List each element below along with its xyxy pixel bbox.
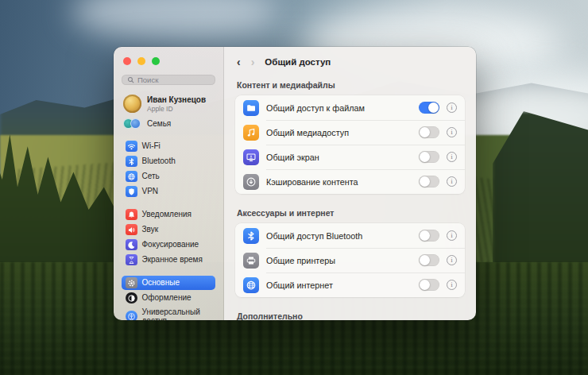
sidebar-item-apple-id[interactable]: Иван Кузнецов Apple ID [122,94,215,118]
toggle-media-sharing[interactable] [419,126,439,138]
page-title: Общий доступ [265,57,331,67]
section-title-accessories-internet: Аксессуары и интернет [237,208,463,218]
family-label: Семья [147,119,171,129]
info-button[interactable]: i [447,127,457,137]
folder-icon [243,100,259,116]
toggle-file-sharing[interactable] [419,102,439,114]
sidebar-group-network: Wi-Fi Bluetooth Сеть VPN [122,139,215,199]
bluetooth-icon [126,156,137,168]
close-button[interactable] [123,57,131,65]
wifi-icon [126,141,137,153]
sidebar-item-network[interactable]: Сеть [122,169,215,184]
row-printer-sharing: Общие принтеры i [235,248,465,273]
user-subtitle: Apple ID [147,105,206,113]
bluetooth-icon [243,228,259,244]
sidebar-item-accessibility[interactable]: Универсальный доступ [122,306,215,320]
user-avatar [123,95,141,113]
row-file-sharing: Общий доступ к файлам i [235,95,465,120]
accessibility-icon [126,311,137,320]
card-accessories-internet: Общий доступ Bluetooth i Общие принтеры … [235,223,465,297]
forward-button[interactable]: › [251,56,255,68]
sidebar-item-screen-time[interactable]: Экранное время [122,253,215,267]
system-settings-window: Поиск Иван Кузнецов Apple ID Семья Wi-Fi [114,47,476,320]
sidebar-item-sound[interactable]: Звук [122,222,215,237]
speaker-icon [126,224,137,236]
toggle-bluetooth-sharing[interactable] [419,230,439,242]
settings-pane-sharing: ‹ › Общий доступ Контент и медиафайлы Об… [224,47,476,320]
sidebar-item-vpn[interactable]: VPN [122,184,215,199]
row-internet-sharing: Общий интернет i [235,273,465,297]
minimize-button[interactable] [137,57,145,65]
content-header: ‹ › Общий доступ [235,47,465,73]
sidebar-item-focus[interactable]: Фокусирование [122,238,215,252]
card-content-media: Общий доступ к файлам i Общий медиадосту… [235,95,465,194]
search-icon [127,76,134,83]
hourglass-icon [126,254,137,266]
section-title-content-media: Контент и медиафайлы [237,80,463,90]
row-media-sharing: Общий медиадоступ i [235,120,465,145]
sidebar-item-family[interactable]: Семья [122,118,215,130]
sidebar-item-wifi[interactable]: Wi-Fi [122,139,215,153]
toggle-internet-sharing[interactable] [419,279,439,291]
row-content-caching: Кэширование контента i [235,169,465,194]
vpn-shield-icon [126,186,137,198]
search-input[interactable]: Поиск [122,75,215,85]
family-avatars [123,118,141,130]
section-title-additional: Дополнительно [237,311,463,320]
sidebar-group-alerts: Уведомления Звук Фокусирование Экранное … [122,207,215,267]
search-placeholder: Поиск [137,75,158,84]
bell-icon [126,209,137,221]
sidebar-item-appearance[interactable]: Оформление [122,291,215,305]
display-icon [243,149,259,165]
user-name: Иван Кузнецов [147,95,206,105]
sidebar-item-general[interactable]: Основные [122,276,215,290]
info-button[interactable]: i [447,152,457,162]
appearance-icon [126,292,137,304]
back-button[interactable]: ‹ [237,56,241,68]
window-controls [122,55,215,75]
info-button[interactable]: i [447,102,457,113]
row-screen-sharing: Общий экран i [235,145,465,169]
moon-icon [126,239,137,251]
globe-icon [126,171,137,183]
gear-icon [126,277,137,289]
zoom-button[interactable] [152,57,160,65]
printer-icon [243,253,259,269]
info-button[interactable]: i [447,230,457,241]
info-button[interactable]: i [447,176,457,187]
music-note-icon [243,125,259,141]
download-circle-icon [243,174,259,190]
sidebar-item-notifications[interactable]: Уведомления [122,207,215,222]
info-button[interactable]: i [447,280,457,290]
globe-icon [243,277,259,293]
sidebar-item-bluetooth[interactable]: Bluetooth [122,154,215,168]
toggle-printer-sharing[interactable] [419,254,439,266]
toggle-content-caching[interactable] [419,176,439,188]
row-bluetooth-sharing: Общий доступ Bluetooth i [235,223,465,248]
info-button[interactable]: i [447,255,457,265]
sidebar: Поиск Иван Кузнецов Apple ID Семья Wi-Fi [114,47,224,320]
toggle-screen-sharing[interactable] [419,151,439,163]
sidebar-group-system: Основные Оформление Универсальный доступ… [122,276,215,320]
